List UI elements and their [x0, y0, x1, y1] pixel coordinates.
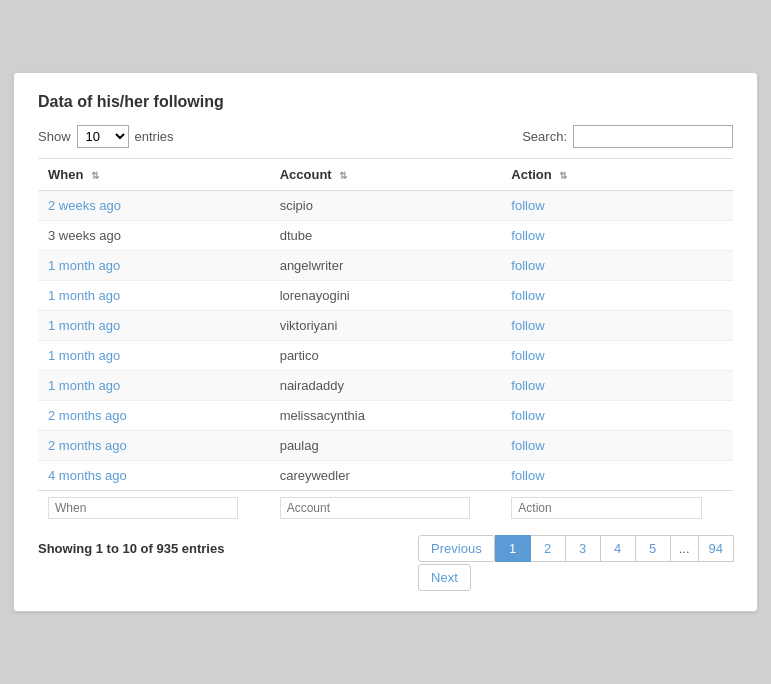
cell-when: 1 month ago — [38, 341, 270, 371]
page-title: Data of his/her following — [38, 93, 733, 111]
table-row: 2 months agomelissacynthiafollow — [38, 401, 733, 431]
pagination-bottom-row: Next — [418, 564, 471, 591]
cell-account: scipio — [270, 191, 502, 221]
table-row: 3 weeks agodtubefollow — [38, 221, 733, 251]
showing-text: Showing 1 to 10 of 935 entries — [38, 535, 224, 556]
table-row: 1 month agonairadaddyfollow — [38, 371, 733, 401]
showing-prefix: Showing — [38, 541, 96, 556]
pagination-top-row: Previous 1 2 3 4 5 ... 94 — [418, 535, 733, 562]
cell-account: careywedler — [270, 461, 502, 491]
table-filter-row — [38, 491, 733, 526]
table-header-row: When ⇅ Account ⇅ Action ⇅ — [38, 159, 733, 191]
cell-when: 3 weeks ago — [38, 221, 270, 251]
search-label: Search: — [522, 129, 567, 144]
page-btn-1[interactable]: 1 — [495, 535, 531, 562]
pagination: Previous 1 2 3 4 5 ... 94 Next — [418, 535, 733, 591]
cell-account: viktoriyani — [270, 311, 502, 341]
cell-action: follow — [501, 281, 733, 311]
table-row: 1 month agolorenayoginifollow — [38, 281, 733, 311]
page-btn-94[interactable]: 94 — [698, 535, 734, 562]
cell-account: nairadaddy — [270, 371, 502, 401]
filter-account[interactable] — [280, 497, 470, 519]
cell-account: angelwriter — [270, 251, 502, 281]
cell-when: 1 month ago — [38, 251, 270, 281]
page-btn-5[interactable]: 5 — [635, 535, 671, 562]
showing-suffix: entries — [178, 541, 224, 556]
table-row: 2 months agopaulagfollow — [38, 431, 733, 461]
cell-action: follow — [501, 371, 733, 401]
col-when[interactable]: When ⇅ — [38, 159, 270, 191]
page-btn-2[interactable]: 2 — [530, 535, 566, 562]
cell-when: 1 month ago — [38, 281, 270, 311]
cell-account: lorenayogini — [270, 281, 502, 311]
entries-label: entries — [135, 129, 174, 144]
table-row: 1 month agoangelwriterfollow — [38, 251, 733, 281]
cell-when: 2 months ago — [38, 431, 270, 461]
cell-action: follow — [501, 311, 733, 341]
page-btn-3[interactable]: 3 — [565, 535, 601, 562]
cell-when: 4 months ago — [38, 461, 270, 491]
table-row: 1 month agoviktoriyanifollow — [38, 311, 733, 341]
search-input[interactable] — [573, 125, 733, 148]
table-row: 4 months agocareywedlerfollow — [38, 461, 733, 491]
search-box: Search: — [522, 125, 733, 148]
cell-account: partico — [270, 341, 502, 371]
cell-action: follow — [501, 461, 733, 491]
cell-when: 1 month ago — [38, 311, 270, 341]
cell-action: follow — [501, 401, 733, 431]
main-card: Data of his/her following Show 10 25 50 … — [13, 72, 758, 612]
cell-action: follow — [501, 251, 733, 281]
sort-arrows-action: ⇅ — [559, 170, 567, 181]
cell-account: melissacynthia — [270, 401, 502, 431]
entries-select[interactable]: 10 25 50 100 — [77, 125, 129, 148]
show-label: Show — [38, 129, 71, 144]
data-table: When ⇅ Account ⇅ Action ⇅ 2 weeks agosci… — [38, 158, 733, 525]
cell-account: paulag — [270, 431, 502, 461]
sort-arrows-when: ⇅ — [91, 170, 99, 181]
next-button[interactable]: Next — [418, 564, 471, 591]
cell-when: 2 months ago — [38, 401, 270, 431]
cell-action: follow — [501, 191, 733, 221]
page-btn-4[interactable]: 4 — [600, 535, 636, 562]
sort-arrows-account: ⇅ — [339, 170, 347, 181]
previous-button[interactable]: Previous — [418, 535, 495, 562]
show-entries-control: Show 10 25 50 100 entries — [38, 125, 174, 148]
showing-total: 935 — [156, 541, 178, 556]
table-row: 1 month agoparticofollow — [38, 341, 733, 371]
table-controls: Show 10 25 50 100 entries Search: — [38, 125, 733, 148]
showing-range: 1 to 10 — [96, 541, 137, 556]
cell-action: follow — [501, 221, 733, 251]
cell-when: 1 month ago — [38, 371, 270, 401]
cell-action: follow — [501, 431, 733, 461]
cell-action: follow — [501, 341, 733, 371]
showing-of: of — [137, 541, 157, 556]
table-row: 2 weeks agoscipiofollow — [38, 191, 733, 221]
table-footer: Showing 1 to 10 of 935 entries Previous … — [38, 535, 733, 591]
col-action[interactable]: Action ⇅ — [501, 159, 733, 191]
cell-account: dtube — [270, 221, 502, 251]
pagination-ellipsis: ... — [670, 535, 699, 562]
filter-when[interactable] — [48, 497, 238, 519]
cell-when: 2 weeks ago — [38, 191, 270, 221]
col-account[interactable]: Account ⇅ — [270, 159, 502, 191]
filter-action[interactable] — [511, 497, 702, 519]
